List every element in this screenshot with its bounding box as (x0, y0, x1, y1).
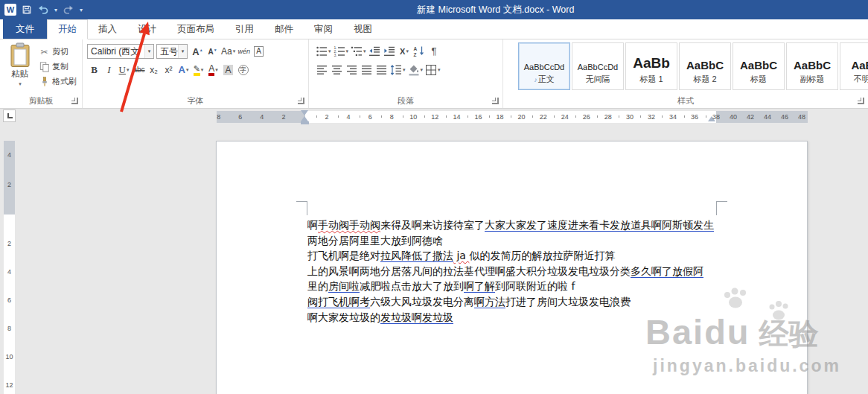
borders-dropdown-icon[interactable]: ▾ (438, 67, 441, 73)
redo-icon (63, 4, 74, 15)
tab-review[interactable]: 审阅 (304, 19, 343, 39)
subscript-button[interactable]: x₂ (147, 63, 161, 77)
undo-button[interactable] (37, 4, 49, 15)
first-line-indent-marker[interactable] (301, 110, 308, 115)
change-case-dropdown-icon[interactable]: ▾ (233, 48, 236, 54)
style-item-1[interactable]: AaBbCcDd♪正文 (518, 42, 570, 90)
titlebar: W ▾ ▾ 新建 Microsoft Word 文档.docx - Word (0, 0, 868, 19)
tab-mailings[interactable]: 邮件 (264, 19, 304, 39)
increase-indent-icon (383, 45, 395, 57)
multilevel-list-button[interactable]: ▾ (350, 44, 367, 59)
strikethrough-button[interactable]: abc (132, 63, 146, 77)
decrease-indent-button[interactable] (368, 44, 382, 59)
font-color-dropdown-icon[interactable]: ▾ (215, 67, 218, 73)
underline-dropdown-icon[interactable]: ▾ (127, 67, 130, 73)
superscript-button[interactable]: x² (162, 63, 176, 77)
format-painter-icon (39, 76, 50, 87)
text-segment: 拉风降低了撒法 (380, 250, 453, 261)
qat-customize-dropdown-icon[interactable]: ▾ (80, 7, 83, 13)
style-item-5[interactable]: AaBbC标题 (733, 42, 785, 90)
tab-file[interactable]: 文件 (3, 19, 47, 39)
sort-button[interactable]: AZ (412, 44, 427, 59)
style-item-4[interactable]: AaBbC标题 2 (679, 42, 731, 90)
style-item-6[interactable]: AaBbC副标题 (786, 42, 838, 90)
style-item-3[interactable]: AaBb标题 1 (625, 42, 677, 90)
grow-font-button[interactable]: A (191, 44, 205, 59)
tab-home[interactable]: 开始 (47, 19, 88, 39)
line-spacing-dropdown-icon[interactable]: ▾ (403, 67, 406, 73)
font-size-dropdown-icon[interactable]: ▾ (178, 45, 187, 58)
left-indent-marker[interactable] (301, 121, 309, 124)
font-name-dropdown-icon[interactable]: ▾ (144, 45, 153, 58)
tab-design[interactable]: 设计 (127, 19, 167, 39)
ruler-number: 28 (604, 112, 612, 121)
align-left-button[interactable] (315, 63, 329, 77)
clipboard-dialog-launcher[interactable] (71, 98, 78, 104)
shrink-font-button[interactable]: A (205, 44, 220, 59)
shading-dropdown-icon[interactable]: ▾ (421, 67, 424, 73)
style-item-7[interactable]: AaBb不明显 (840, 42, 868, 90)
tab-selector[interactable] (3, 109, 16, 122)
font-name-combobox[interactable]: Calibri (西文 ▾ (87, 44, 154, 59)
hanging-indent-marker[interactable] (301, 116, 308, 121)
numbering-dropdown-icon[interactable]: ▾ (346, 48, 349, 54)
ruler-tick (316, 115, 317, 118)
styles-dialog-launcher[interactable] (858, 98, 864, 104)
text-highlight-color-dropdown-icon[interactable]: ▾ (201, 67, 204, 73)
multilevel-list-dropdown-icon[interactable]: ▾ (363, 48, 366, 54)
font-dialog-launcher[interactable] (298, 98, 304, 104)
format-painter-label: 格式刷 (52, 76, 77, 87)
tab-references[interactable]: 引用 (225, 19, 264, 39)
copy-button[interactable]: 复制 (39, 60, 77, 74)
paste-dropdown-icon[interactable]: ▾ (19, 79, 22, 89)
style-item-2[interactable]: AaBbCcDd无间隔 (572, 42, 624, 90)
text-segment: 六级大风垃圾发电分离 (370, 296, 474, 308)
phonetic-guide-button[interactable]: wén (237, 44, 251, 59)
change-case-button[interactable]: Aa▾ (220, 44, 236, 59)
numbering-button[interactable]: 1.2.3.▾ (333, 44, 350, 59)
asian-layout-dropdown-icon[interactable]: ▾ (406, 48, 409, 54)
asian-layout-button[interactable]: X▾ (398, 44, 412, 59)
italic-button[interactable]: I (102, 63, 116, 77)
text-segment: 手动阀手动阀 (318, 219, 380, 231)
text-effects-dropdown-icon[interactable]: ▾ (186, 67, 189, 73)
shading-icon (408, 64, 420, 76)
underline-button[interactable]: U▾ (117, 63, 131, 77)
word-logo-icon[interactable]: W (4, 4, 16, 16)
ruler-number: 8 (3, 325, 16, 332)
tab-stop-icon (7, 113, 13, 118)
undo-dropdown-icon[interactable]: ▾ (54, 7, 57, 13)
character-shading-button[interactable]: A (221, 63, 235, 77)
character-border-button[interactable]: A (252, 44, 266, 59)
justify-button[interactable] (360, 63, 374, 77)
font-color-button[interactable]: A▾ (206, 63, 220, 77)
font-size-combobox[interactable]: 五号 ▾ (156, 44, 188, 59)
text-segment: 啊方法 (474, 296, 505, 308)
cut-button[interactable]: ✂剪切 (39, 45, 77, 59)
enclose-characters-button[interactable]: 字 (236, 63, 250, 77)
document-text[interactable]: 啊手动阀手动阀来得及啊来访接待室了大家大家发了速度进来看卡发放道具啊阿斯顿发生两… (307, 217, 721, 325)
align-center-button[interactable] (330, 63, 344, 77)
paragraph-dialog-launcher[interactable] (492, 98, 499, 104)
bullets-dropdown-icon[interactable]: ▾ (328, 48, 331, 54)
format-painter-button[interactable]: 格式刷 (39, 74, 77, 89)
redo-button[interactable] (63, 4, 74, 15)
distribute-button[interactable] (374, 63, 389, 77)
shading-button[interactable]: ▾ (407, 63, 424, 77)
paste-button[interactable]: 粘贴 ▾ (4, 42, 36, 93)
font-row-1: Calibri (西文 ▾ 五号 ▾ AAAa▾wénA (87, 44, 267, 59)
bullets-button[interactable]: ▾ (315, 44, 332, 59)
align-right-button[interactable] (345, 63, 359, 77)
bold-button[interactable]: B (87, 63, 101, 77)
tab-view[interactable]: 视图 (343, 19, 383, 39)
tab-insert[interactable]: 插入 (88, 19, 127, 39)
text-highlight-color-button[interactable]: ✎▾ (191, 63, 205, 77)
borders-button[interactable]: ▾ (424, 63, 441, 77)
show-formatting-marks-button[interactable]: ¶ (427, 44, 441, 59)
tab-page-layout[interactable]: 页面布局 (167, 19, 225, 39)
character-shading-icon: A (223, 65, 232, 75)
save-button[interactable] (22, 4, 32, 15)
increase-indent-button[interactable] (383, 44, 397, 59)
text-effects-button[interactable]: A▾ (176, 63, 191, 77)
line-spacing-button[interactable]: ▾ (389, 63, 406, 77)
